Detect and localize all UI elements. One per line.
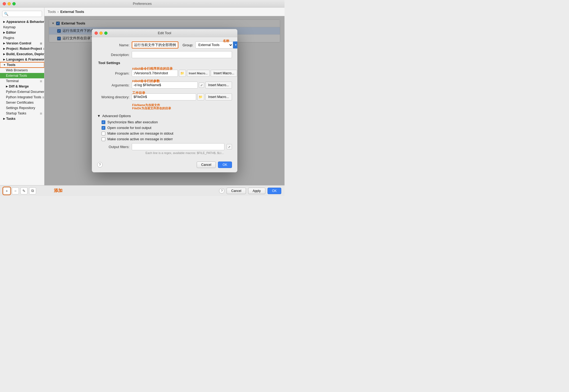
open-console-label: Open console for tool output bbox=[107, 126, 151, 130]
arguments-input[interactable] bbox=[132, 82, 198, 89]
edit-button[interactable]: ✎ bbox=[20, 187, 27, 194]
sidebar-item-languages[interactable]: ▶ Languages & Frameworks bbox=[0, 57, 44, 62]
active-stdout-row[interactable]: Make console active on message in stdout bbox=[97, 131, 232, 135]
program-insert-macro-button[interactable]: Insert Macro... bbox=[187, 70, 210, 77]
advanced-options-section: ▼ Advanced Options ✓ Synchronize files a… bbox=[97, 114, 232, 141]
modal-close-button[interactable] bbox=[95, 32, 98, 35]
active-stdout-checkbox[interactable] bbox=[102, 132, 105, 135]
annotation-add: 添加 bbox=[54, 188, 63, 194]
modal-min-button[interactable] bbox=[99, 32, 103, 35]
modal-titlebar: Edit Tool bbox=[92, 29, 237, 37]
sync-files-row[interactable]: ✓ Synchronize files after execution bbox=[97, 120, 232, 124]
arguments-label: Arguments: bbox=[97, 83, 130, 87]
description-input[interactable] bbox=[132, 51, 232, 58]
arguments-expand-icon[interactable]: ⤢ bbox=[199, 82, 204, 88]
badge-icon: ⊞ bbox=[43, 47, 44, 50]
sidebar-item-external-tools[interactable]: External Tools bbox=[0, 73, 44, 78]
sidebar-item-appearance[interactable]: ▶ Appearance & Behavior bbox=[0, 19, 44, 24]
sidebar-item-version-control[interactable]: ▶ Version Control ⊞ bbox=[0, 41, 44, 46]
group-label: Group: bbox=[183, 43, 193, 47]
cancel-button[interactable]: Cancel bbox=[227, 188, 246, 194]
program-insert-macro-btn2[interactable]: Insert Macro... bbox=[211, 70, 237, 77]
sidebar-item-server-certs[interactable]: Server Certificates bbox=[0, 100, 44, 105]
sidebar-item-label: Tasks bbox=[6, 117, 16, 121]
expand-arrow-icon: ▶ bbox=[3, 58, 5, 61]
expand-arrow-icon: ▶ bbox=[3, 42, 5, 45]
maximize-button[interactable] bbox=[12, 2, 16, 5]
working-dir-input-group: 📁 Insert Macro... bbox=[132, 93, 232, 100]
group-select[interactable]: External Tools bbox=[195, 41, 233, 48]
program-label: Program: bbox=[97, 71, 130, 75]
apply-button[interactable]: Apply bbox=[248, 188, 265, 194]
sync-files-label: Synchronize files after execution bbox=[107, 120, 158, 124]
program-input[interactable] bbox=[132, 70, 178, 77]
search-input[interactable] bbox=[9, 12, 40, 16]
sidebar-item-label: Python Integrated Tools bbox=[6, 95, 41, 99]
add-button[interactable]: + bbox=[3, 187, 10, 194]
sidebar-item-tasks[interactable]: ▶ Tasks bbox=[0, 116, 44, 121]
arguments-row: Arguments: ⤢ Insert Macro... bbox=[97, 82, 232, 89]
modal-overlay: Edit Tool 名称 Name: Group: bbox=[44, 16, 284, 185]
badge-icon: ⊞ bbox=[40, 80, 42, 83]
working-dir-insert-macro-button[interactable]: Insert Macro... bbox=[205, 93, 232, 100]
program-browse-button[interactable]: 📁 bbox=[179, 70, 186, 77]
modal-ok-button[interactable]: OK bbox=[218, 162, 232, 168]
output-expand-icon[interactable]: ⤢ bbox=[227, 144, 232, 149]
name-label: Name: bbox=[97, 43, 130, 47]
sidebar-item-label: Plugins bbox=[3, 36, 14, 40]
output-filters-label: Output filters: bbox=[97, 145, 130, 149]
working-dir-browse-button[interactable]: 📁 bbox=[197, 93, 204, 100]
output-filters-input[interactable] bbox=[132, 143, 224, 150]
modal-max-button[interactable] bbox=[104, 32, 107, 35]
help-button[interactable]: ? bbox=[219, 188, 224, 194]
sidebar-item-terminal[interactable]: Terminal ⊞ bbox=[0, 78, 44, 84]
sidebar-item-python-integrated[interactable]: Python Integrated Tools ⊞ bbox=[0, 94, 44, 100]
bottom-right-actions: ? Cancel Apply OK bbox=[219, 188, 281, 194]
search-box[interactable]: 🔍 bbox=[2, 11, 42, 17]
active-stderr-label: Make console active on message in stderr bbox=[107, 137, 173, 141]
sync-files-checkbox[interactable]: ✓ bbox=[102, 120, 105, 124]
arguments-insert-macro-button[interactable]: Insert Macro... bbox=[205, 82, 232, 89]
sidebar-item-plugins[interactable]: Plugins bbox=[0, 35, 44, 41]
minimize-button[interactable] bbox=[8, 2, 11, 5]
sidebar-item-tools[interactable]: ▼ Tools bbox=[0, 62, 44, 68]
open-console-checkbox[interactable]: ✓ bbox=[102, 126, 105, 130]
titlebar: Preferences bbox=[0, 0, 284, 8]
modal-help-container: ? bbox=[97, 162, 103, 167]
badge-icon: ⊞ bbox=[40, 42, 42, 45]
tool-settings-label: Tool Settings bbox=[97, 61, 232, 65]
sidebar-item-project[interactable]: ▶ Project: Robot-Project ⊞ bbox=[0, 46, 44, 51]
sidebar-item-keymap[interactable]: Keymap bbox=[0, 24, 44, 30]
modal-body: Name: Group: External Tools ▼ bbox=[92, 37, 237, 159]
sidebar-item-editor[interactable]: ▶ Editor bbox=[0, 30, 44, 35]
sidebar-item-build[interactable]: ▶ Build, Execution, Deployment bbox=[0, 51, 44, 57]
advanced-options-header[interactable]: ▼ Advanced Options bbox=[97, 114, 232, 118]
close-button[interactable] bbox=[3, 2, 6, 5]
sidebar-item-startup-tasks[interactable]: Startup Tasks ⊞ bbox=[0, 111, 44, 116]
sidebar-item-python-external[interactable]: Python External Documentation bbox=[0, 89, 44, 94]
modal-help-button[interactable]: ? bbox=[97, 162, 103, 167]
expand-arrow-icon: ▶ bbox=[6, 85, 8, 88]
sidebar: 🔍 ▶ Appearance & Behavior Keymap ▶ Edito… bbox=[0, 8, 44, 185]
active-stderr-row[interactable]: Make console active on message in stderr bbox=[97, 137, 232, 141]
sidebar-item-settings-repo[interactable]: Settings Repository bbox=[0, 105, 44, 111]
active-stderr-checkbox[interactable] bbox=[102, 137, 105, 141]
sidebar-item-diff-merge[interactable]: ▶ Diff & Merge bbox=[0, 84, 44, 89]
group-dropdown-arrow-icon[interactable]: ▼ bbox=[233, 41, 237, 48]
name-input[interactable] bbox=[132, 41, 178, 48]
breadcrumb: Tools › External Tools bbox=[44, 8, 284, 16]
working-dir-row: Working directory: 📁 Insert Macro... bbox=[97, 93, 232, 100]
ok-button[interactable]: OK bbox=[268, 188, 281, 194]
remove-button[interactable]: − bbox=[12, 187, 19, 194]
sidebar-item-web-browsers[interactable]: Web Browsers bbox=[0, 68, 44, 73]
output-filters-section: Output filters: ⤢ Each line is a regex, … bbox=[97, 143, 232, 155]
sidebar-item-label: Diff & Merge bbox=[9, 85, 29, 88]
name-group-row: Name: Group: External Tools ▼ bbox=[97, 41, 232, 48]
copy-button[interactable]: ⧉ bbox=[29, 187, 36, 194]
sidebar-item-label: Editor bbox=[6, 31, 16, 34]
modal-cancel-button[interactable]: Cancel bbox=[197, 162, 216, 168]
sidebar-item-label: Tools bbox=[7, 63, 15, 67]
open-console-row[interactable]: ✓ Open console for tool output bbox=[97, 126, 232, 130]
working-dir-input[interactable] bbox=[132, 93, 196, 100]
expand-arrow-icon: ▶ bbox=[3, 31, 5, 34]
